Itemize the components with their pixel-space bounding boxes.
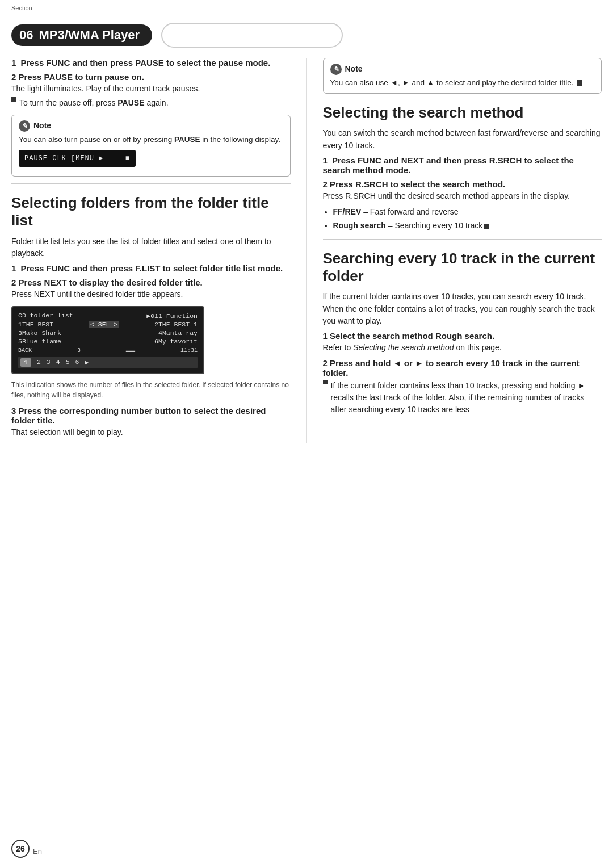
lcd-row3: 3Mako Shark 4Manta ray xyxy=(18,329,198,337)
lcd-row3-left: 3Mako Shark xyxy=(18,329,61,337)
lcd-row2-right: 2THE BEST 1 xyxy=(154,321,198,328)
search-method-intro: You can switch the search method between… xyxy=(323,127,602,152)
lcd-num-4: 4 xyxy=(56,358,60,367)
note-square-icon xyxy=(577,80,582,86)
lcd-row2: 1THE BEST < SEL > 2THE BEST 1 xyxy=(18,321,198,328)
header-right-box xyxy=(161,23,343,48)
lcd-num-6: 6 xyxy=(75,358,79,367)
section-label: Section xyxy=(11,5,32,11)
search-step1-label: 1 Press FUNC and NEXT and then press R.S… xyxy=(323,156,574,175)
pause-note-text: You can also turn pause on or off by pre… xyxy=(19,134,283,145)
rough-step1-label: 1 Select the search method Rough search. xyxy=(323,331,495,341)
lcd-num-3: 3 xyxy=(47,358,51,367)
lcd-row1-left: CD folder list xyxy=(18,312,73,320)
bullet-rough: Rough search – Searching every 10 track xyxy=(333,219,602,232)
rough-step2-label: 2 Press and hold ◄ or ► to search every … xyxy=(323,358,580,378)
folder-step2: 2 Press NEXT to display the desired fold… xyxy=(11,278,291,300)
search-method-bullets: FF/REV – Fast forward and reverse Rough … xyxy=(333,206,602,232)
folder-step3: 3 Press the corresponding number button … xyxy=(11,406,291,438)
search-method-heading: Selecting the search method xyxy=(323,104,602,121)
right-column: ✎ Note You can also use ◄, ► and ▲ to se… xyxy=(307,58,602,443)
section-number: 06 xyxy=(19,28,33,43)
left-column: 1 Press FUNC and then press PAUSE to sel… xyxy=(11,58,307,443)
lcd-bottom: BACK 3 ▬▬▬ 11:31 xyxy=(18,347,198,354)
square-bullet-icon xyxy=(11,97,16,102)
right-note-text: You can also use ◄, ► and ▲ to select an… xyxy=(330,77,595,89)
rough-search-heading: Searching every 10 track in the current … xyxy=(323,250,602,285)
search-step2: 2 Press R.SRCH to select the search meth… xyxy=(323,179,602,232)
lcd-caption: This indication shows the number of file… xyxy=(11,380,291,400)
lcd-display: CD folder list ▶011 Function 1THE BEST <… xyxy=(11,306,204,374)
rough-step2-sub: If the current folder contains less than… xyxy=(323,380,602,416)
lcd-bar: ▬▬▬ xyxy=(126,348,135,354)
rough-square-bullet-icon xyxy=(323,380,328,384)
lcd-row4-left: 5Blue flame xyxy=(18,338,61,345)
pause-note-box: ✎ Note You can also turn pause on or off… xyxy=(11,115,291,177)
lcd-row2-sel: < SEL > xyxy=(89,321,119,328)
section-title: MP3/WMA Player xyxy=(39,28,140,43)
rough-step1: 1 Select the search method Rough search.… xyxy=(323,331,602,354)
rough-search-intro: If the current folder contains over 10 t… xyxy=(323,291,602,328)
pause-step1: 1 Press FUNC and then press PAUSE to sel… xyxy=(11,58,291,68)
folder-intro: Folder title list lets you see the list … xyxy=(11,236,291,260)
lcd-row4-right: 6My favorit xyxy=(154,338,198,345)
pause-step2: 2 Press PAUSE to turn pause on. The ligh… xyxy=(11,72,291,109)
right-note-icon: ✎ xyxy=(330,64,342,75)
pause-sub-item: To turn the pause off, press PAUSE again… xyxy=(11,97,291,109)
lcd-back: BACK xyxy=(18,347,32,354)
divider1 xyxy=(11,183,291,184)
folder-step2-text: Press NEXT until the desired folder titl… xyxy=(11,288,291,300)
lcd-row1: CD folder list ▶011 Function xyxy=(18,312,198,320)
lcd-num-row: 1 2 3 4 5 6 ▶ xyxy=(18,357,198,368)
lcd-num-1: 1 xyxy=(20,358,31,367)
rough-step1-text: Refer to Selecting the search method on … xyxy=(323,342,602,354)
lcd-back-num: 3 xyxy=(77,347,81,354)
folder-step1: 1 Press FUNC and then press F.LIST to se… xyxy=(11,263,291,273)
lcd-num-arrow: ▶ xyxy=(85,358,89,367)
pause-step2-text: The light illuminates. Play of the curre… xyxy=(11,83,291,95)
section-badge: 06 MP3/WMA Player xyxy=(11,24,152,46)
search-step1: 1 Press FUNC and NEXT and then press R.S… xyxy=(323,156,602,175)
note-icon: ✎ xyxy=(19,120,30,132)
folder-step2-label: 2 Press NEXT to display the desired fold… xyxy=(11,278,203,287)
page-number: 26 xyxy=(11,840,30,858)
pause-display: PAUSE CLK [MENU ▶ ■ xyxy=(19,150,136,167)
lcd-row4: 5Blue flame 6My favorit xyxy=(18,338,198,345)
lcd-num-2: 2 xyxy=(37,358,41,367)
rough-step2: 2 Press and hold ◄ or ► to search every … xyxy=(323,358,602,416)
divider2 xyxy=(323,239,602,240)
right-note-title: ✎ Note xyxy=(330,63,595,75)
lcd-num-5: 5 xyxy=(66,358,70,367)
bullet-ffrev: FF/REV – Fast forward and reverse xyxy=(333,206,602,218)
lcd-row3-right: 4Manta ray xyxy=(158,329,198,337)
main-content: 1 Press FUNC and then press PAUSE to sel… xyxy=(0,48,613,454)
folder-step3-text: That selection will begin to play. xyxy=(11,426,291,438)
lcd-row2-left: 1THE BEST xyxy=(18,321,53,328)
lcd-row1-right: ▶011 Function xyxy=(146,312,198,320)
pause-step1-label: 1 Press FUNC and then press PAUSE to sel… xyxy=(11,58,270,68)
rough-search-icon xyxy=(484,224,489,229)
lcd-time: 11:31 xyxy=(180,347,198,354)
folder-section-heading: Selecting folders from the folder title … xyxy=(11,194,291,229)
page-lang: En xyxy=(33,847,42,856)
pause-note-title: ✎ Note xyxy=(19,120,283,132)
folder-step3-label: 3 Press the corresponding number button … xyxy=(11,406,266,425)
page-header: 06 MP3/WMA Player xyxy=(0,5,613,48)
right-note-box: ✎ Note You can also use ◄, ► and ▲ to se… xyxy=(323,58,602,94)
pause-step2-label: 2 Press PAUSE to turn pause on. xyxy=(11,72,144,82)
search-step2-label: 2 Press R.SRCH to select the search meth… xyxy=(323,179,506,189)
folder-step1-label: 1 Press FUNC and then press F.LIST to se… xyxy=(11,263,283,273)
search-step2-text: Press R.SRCH until the desired search me… xyxy=(323,190,602,202)
